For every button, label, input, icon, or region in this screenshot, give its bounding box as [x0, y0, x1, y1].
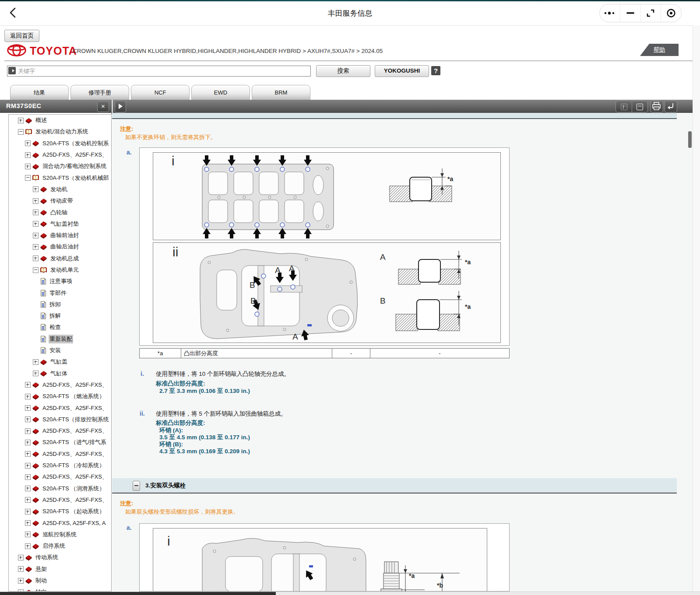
expand-icon[interactable] [33, 371, 39, 376]
tree-item-label[interactable]: 曲轴后油封 [49, 242, 80, 251]
minimize-button[interactable] [620, 4, 640, 22]
expand-icon[interactable] [33, 186, 39, 192]
expand-icon[interactable] [25, 463, 31, 469]
expand-icon[interactable] [33, 198, 39, 204]
tree-item[interactable]: 概述 [9, 115, 111, 126]
tree-item[interactable]: 安装 [9, 345, 111, 356]
tree-item[interactable]: A25D-FXS、A25F-FXS、 [9, 448, 111, 460]
tree-item[interactable]: S20A-FTS （进气/排气系 [9, 437, 111, 448]
expand-icon[interactable] [33, 221, 39, 227]
tree-item[interactable]: 拆解 [9, 310, 111, 322]
tree-item[interactable]: 发动机单元 [9, 264, 111, 276]
tree-item-label[interactable]: 气缸体 [49, 369, 68, 378]
tree-item-label[interactable]: 拆解 [49, 312, 62, 320]
tree-item-label[interactable]: 混合动力/蓄电池控制系统 [42, 162, 108, 171]
tree-item-label[interactable]: A25D-FXS、A25F-FXS、 [42, 381, 109, 389]
expand-icon[interactable] [25, 440, 31, 445]
tree-item-label[interactable]: 传动系统 [35, 553, 59, 562]
tree-item-label[interactable]: 零部件 [49, 289, 67, 298]
tree-item-label[interactable]: S20A-FTS （起动系统） [42, 507, 106, 516]
tree-item[interactable]: 制动 [9, 575, 111, 586]
tree-item[interactable]: A25D-FXS、A25F-FXS、 [9, 149, 111, 161]
expand-icon[interactable] [25, 532, 31, 537]
tree-item[interactable]: 注意事项 [9, 276, 111, 287]
tree-item[interactable]: 巡航控制系统 [9, 529, 111, 540]
content-scrollbar-thumb[interactable] [688, 131, 692, 148]
zoom-in-button[interactable] [616, 101, 632, 112]
tree-item[interactable]: 检查 [9, 322, 111, 333]
collapse-section-icon[interactable] [133, 481, 140, 491]
tree-item[interactable]: S20A-FTS （润滑系统） [9, 483, 111, 494]
tree-item[interactable]: S20A-FTS （起动系统） [9, 506, 111, 517]
search-input[interactable] [17, 66, 310, 76]
target-button[interactable] [661, 4, 681, 22]
tab-EWD[interactable]: EWD [191, 85, 250, 100]
tree-item-label[interactable]: 发动机总成 [49, 254, 80, 263]
tab-BRM[interactable]: BRM [252, 85, 310, 100]
tree-item-label[interactable]: 检查 [49, 323, 62, 332]
expand-icon[interactable] [25, 474, 31, 480]
help-button[interactable]: 帮助 [640, 44, 679, 56]
search-button[interactable]: 搜索 [316, 65, 370, 77]
expand-icon[interactable] [33, 210, 39, 215]
tree-item[interactable]: A25D-FXS、A25F-FXS、 [9, 494, 111, 506]
fullscreen-button[interactable] [640, 4, 661, 22]
close-button[interactable]: × [97, 101, 109, 112]
tree-item[interactable]: S20A-FTS（发动机机械部 [9, 172, 111, 183]
expand-icon[interactable] [18, 578, 24, 584]
expand-icon[interactable] [25, 509, 31, 514]
tree-item-label[interactable]: 安装 [49, 346, 62, 355]
tab-修理手册[interactable]: 修理手册 [70, 85, 129, 100]
print-button[interactable] [651, 101, 663, 112]
tree-item-label[interactable]: 发动机单元 [49, 266, 80, 274]
zoom-out-button[interactable] [632, 101, 648, 112]
expand-icon[interactable] [33, 233, 39, 238]
tree-item[interactable]: A25D-FXS、A25F-FXS、 [9, 471, 111, 483]
tree-item-label[interactable]: 凸轮轴 [49, 208, 68, 217]
collapse-icon[interactable] [33, 267, 39, 273]
tree-item-label[interactable]: A25D-FXS、A25F-FXS、 [42, 427, 109, 435]
search-arrow-icon[interactable] [8, 67, 16, 74]
tree-item[interactable]: 悬架 [9, 564, 111, 575]
expand-icon[interactable] [25, 152, 31, 158]
tab-结果[interactable]: 结果 [10, 85, 69, 100]
tree-item[interactable]: A25D-FXS、A25F-FXS、 [9, 402, 111, 413]
tree-item-label[interactable]: 拆卸 [49, 300, 62, 309]
expand-icon[interactable] [25, 543, 31, 549]
tree-item-label[interactable]: 概述 [35, 116, 48, 125]
question-mark-icon[interactable]: ? [431, 66, 440, 75]
expand-icon[interactable] [33, 244, 39, 250]
tree-item[interactable]: 气缸体 [9, 368, 111, 379]
tree-item-label[interactable]: 重新装配 [49, 335, 73, 343]
expand-icon[interactable] [18, 566, 24, 572]
tree-item[interactable]: 重新装配 [9, 333, 111, 345]
tree-item[interactable]: S20A-FTS （燃油系统） [9, 391, 111, 402]
page-vertical-scrollbar[interactable] [693, 25, 700, 595]
tree-item-label[interactable]: A25D-FXS、A25F-FXS、 [42, 472, 109, 481]
expand-icon[interactable] [25, 416, 31, 422]
tree-item[interactable]: 转向 [9, 586, 111, 592]
tree-item[interactable]: 发动机总成 [9, 253, 111, 264]
expand-icon[interactable] [25, 451, 31, 457]
tree-item-label[interactable]: 注意事项 [49, 277, 73, 286]
tree-item-label[interactable]: S20A-FTS（发动机机械部 [42, 174, 110, 182]
expand-icon[interactable] [25, 486, 31, 491]
tree-item-label[interactable]: A25D-FXS、A25F-FXS、 [42, 450, 109, 458]
tree-item-label[interactable]: 巡航控制系统 [42, 530, 77, 539]
tree-item-label[interactable]: 启停系统 [42, 542, 66, 550]
tree-item-label[interactable]: S20A-FTS （冷却系统） [42, 461, 106, 470]
tree-item-label[interactable]: 制动 [35, 576, 48, 585]
expand-icon[interactable] [25, 428, 31, 434]
tree-item[interactable]: 气缸盖衬垫 [9, 218, 111, 230]
tree-item[interactable]: A25D-FXS、A25F-FXS、 [9, 425, 111, 437]
tree-item[interactable]: 拆卸 [9, 299, 111, 310]
tree-item[interactable]: 启停系统 [9, 540, 111, 552]
tree-item-label[interactable]: S20A-FTS （润滑系统） [42, 484, 106, 493]
tree-item[interactable]: 凸轮轴 [9, 206, 111, 218]
tree-item[interactable]: 气缸盖 [9, 356, 111, 368]
tree-item-label[interactable]: A25D-FXS、A25F-FXS、 [42, 496, 109, 504]
expand-icon[interactable] [25, 140, 31, 146]
expand-icon[interactable] [25, 405, 31, 411]
tree-item[interactable]: 曲轴后油封 [9, 241, 111, 252]
tree-item-label[interactable]: S20A-FTS（发动机控制系 [42, 139, 110, 148]
